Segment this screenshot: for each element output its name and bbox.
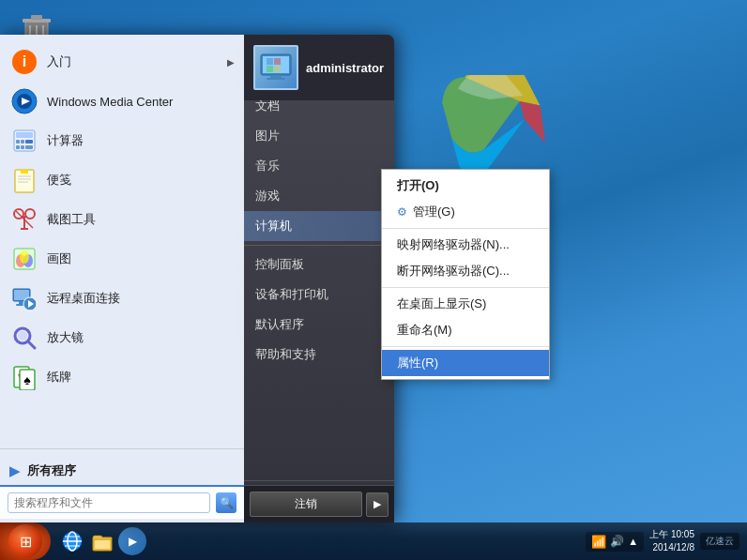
right-item-games[interactable]: 游戏: [244, 181, 394, 211]
sys-tray: 📶 🔊 ▲: [586, 532, 644, 552]
logout-button[interactable]: 注销: [250, 492, 362, 517]
rdp-label: 远程桌面连接: [47, 290, 120, 307]
right-item-pictures[interactable]: 图片: [244, 121, 394, 151]
solitaire-icon: ♥ ♠: [9, 362, 39, 392]
svg-rect-49: [267, 58, 273, 65]
all-programs-btn[interactable]: ▶ 所有程序: [0, 457, 244, 485]
svg-rect-53: [270, 75, 282, 78]
start-menu: i 入门 ▶ Windows Media Cent: [0, 35, 394, 522]
taskbar-right: 📶 🔊 ▲ 上午 10:05 2014/12/8 亿速云: [586, 528, 747, 554]
notepad-icon: [9, 165, 39, 195]
svg-rect-54: [267, 78, 285, 80]
ctx-item-map-drive[interactable]: 映射网络驱动器(N)...: [382, 232, 549, 258]
search-input[interactable]: [8, 492, 210, 513]
ctx-item-disconnect-drive[interactable]: 断开网络驱动器(C)...: [382, 258, 549, 284]
start-menu-left: i 入门 ▶ Windows Media Cent: [0, 35, 244, 522]
media-player-button[interactable]: ▶: [118, 527, 146, 555]
snip-label: 截图工具: [47, 211, 96, 228]
user-avatar: [253, 45, 298, 90]
ctx-item-rename[interactable]: 重命名(M): [382, 317, 549, 343]
right-item-computer[interactable]: 计算机: [244, 211, 394, 241]
wmc-icon: [9, 86, 39, 116]
intro-arrow: ▶: [227, 57, 235, 68]
explorer-button[interactable]: [88, 527, 116, 555]
desktop: 回收站 i 入门 ▶: [0, 0, 747, 560]
svg-rect-18: [25, 145, 33, 149]
ctx-item-show-desktop[interactable]: 在桌面上显示(S): [382, 291, 549, 317]
ctx-divider-2: [382, 287, 549, 288]
network-icon: 📶: [591, 535, 606, 549]
svg-rect-52: [274, 66, 281, 72]
svg-rect-13: [16, 140, 20, 144]
sidebar-item-wmc[interactable]: Windows Media Center: [0, 82, 244, 121]
intro-label: 入门: [47, 53, 71, 70]
start-orb: ⊞: [8, 524, 42, 558]
wmc-label: Windows Media Center: [47, 95, 173, 109]
sidebar-item-calculator[interactable]: 计算器: [0, 121, 244, 160]
svg-rect-50: [274, 58, 281, 65]
action-bar: 注销 ▶: [244, 485, 394, 522]
user-area: administrator: [244, 35, 394, 100]
taskbar: ⊞: [0, 522, 747, 560]
arrow-button[interactable]: ▶: [366, 492, 389, 517]
start-menu-items: i 入门 ▶ Windows Media Cent: [0, 35, 244, 448]
paint-icon: [9, 244, 39, 274]
sidebar-item-magnifier[interactable]: 放大镜: [0, 318, 244, 357]
paint-label: 画图: [47, 250, 71, 267]
media-player-icon: ▶: [129, 535, 137, 548]
ie-button[interactable]: [58, 527, 86, 555]
right-item-devices[interactable]: 设备和打印机: [244, 280, 394, 310]
start-menu-bottom: ▶ 所有程序 🔍: [0, 448, 244, 522]
svg-line-42: [28, 341, 35, 348]
notification-icon: ▲: [628, 536, 638, 547]
start-button[interactable]: ⊞: [0, 522, 51, 560]
sidebar-item-rdp[interactable]: 远程桌面连接: [0, 279, 244, 318]
ctx-item-open[interactable]: 打开(O): [382, 173, 549, 199]
solitaire-label: 纸牌: [47, 369, 71, 386]
svg-rect-14: [21, 140, 24, 144]
ctx-item-properties[interactable]: 属性(R): [382, 350, 549, 376]
start-menu-right: administrator 文档 图片 音乐 游戏 计算机 控制面板 设备和打印…: [244, 35, 394, 522]
svg-text:♠: ♠: [23, 372, 31, 387]
svg-text:i: i: [23, 53, 26, 69]
svg-point-33: [20, 250, 29, 264]
user-name-label: administrator: [306, 61, 384, 75]
svg-rect-2: [31, 15, 42, 20]
svg-rect-61: [95, 540, 110, 549]
sidebar-item-solitaire[interactable]: ♥ ♠ 纸牌: [0, 357, 244, 397]
ctx-divider-1: [382, 228, 549, 229]
volume-icon: 🔊: [610, 535, 624, 548]
right-item-control[interactable]: 控制面板: [244, 250, 394, 280]
all-programs-arrow: ▶: [9, 463, 20, 478]
svg-rect-17: [21, 145, 24, 149]
search-bar: 🔍: [0, 485, 244, 519]
right-item-music[interactable]: 音乐: [244, 151, 394, 181]
taskbar-items: ▶: [54, 527, 586, 555]
svg-rect-20: [21, 170, 28, 174]
snip-icon: [9, 204, 39, 235]
clock-time: 上午 10:05: [649, 528, 694, 541]
manage-icon: ⚙: [397, 205, 407, 219]
right-item-help[interactable]: 帮助和支持: [244, 340, 394, 370]
rdp-icon: [9, 283, 39, 313]
svg-rect-12: [16, 132, 33, 138]
calculator-label: 计算器: [47, 132, 84, 149]
start-win-icon: ⊞: [20, 533, 32, 551]
right-divider-1: [244, 245, 394, 246]
sidebar-item-notepad[interactable]: 便笺: [0, 160, 244, 200]
svg-rect-16: [16, 145, 20, 149]
clock[interactable]: 上午 10:05 2014/12/8: [649, 528, 694, 554]
calculator-icon: [9, 126, 39, 156]
notepad-label: 便笺: [47, 172, 71, 189]
sidebar-item-paint[interactable]: 画图: [0, 239, 244, 279]
sidebar-item-intro[interactable]: i 入门 ▶: [0, 42, 244, 82]
all-programs-label: 所有程序: [27, 462, 76, 479]
search-button[interactable]: 🔍: [216, 492, 236, 513]
svg-rect-15: [25, 140, 33, 144]
ctx-divider-3: [382, 346, 549, 347]
clock-date: 2014/12/8: [649, 541, 694, 554]
sidebar-item-snip[interactable]: 截图工具: [0, 200, 244, 239]
brand-badge: 亿速云: [700, 533, 739, 550]
ctx-item-manage[interactable]: ⚙ 管理(G): [382, 199, 549, 225]
right-item-default[interactable]: 默认程序: [244, 310, 394, 340]
